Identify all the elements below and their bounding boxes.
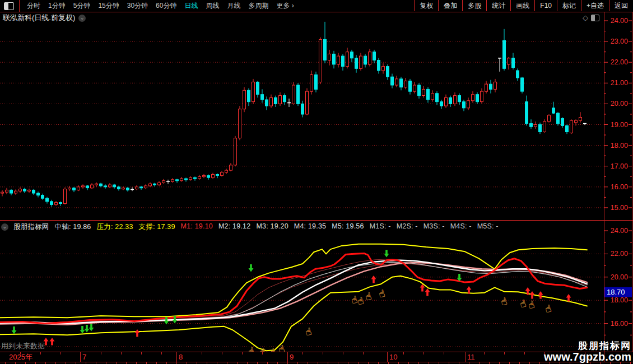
period-tab-15分钟[interactable]: 15分钟 xyxy=(94,1,123,11)
indicator-field-股朋指标网: 股朋指标网 xyxy=(13,222,49,232)
svg-text:22.00: 22.00 xyxy=(611,58,628,66)
sell-signal-arrow xyxy=(85,325,90,333)
chevron-down-icon[interactable]: ⌄ xyxy=(78,15,86,22)
toolbar-button-标记[interactable]: 标记 xyxy=(557,0,581,11)
hand-icon: ☝ xyxy=(544,303,552,315)
collapse-panel-icon[interactable]: ⌄ xyxy=(1,223,8,231)
watermark-site-name: 股朋指标网 xyxy=(544,341,631,351)
buy-signal-arrow xyxy=(371,276,376,283)
more-menu-button[interactable]: 更多 › xyxy=(272,1,297,11)
svg-text:16.00: 16.00 xyxy=(611,320,628,328)
indicator-field-M4S: M4S: - xyxy=(450,222,472,232)
toolbar-button-多股[interactable]: 多股 xyxy=(462,0,486,11)
sell-signal-arrow xyxy=(384,250,389,258)
sell-signal-arrow xyxy=(249,264,254,272)
svg-text:20.00: 20.00 xyxy=(611,273,628,281)
indicator-field-压力: 压力: 22.33 xyxy=(97,222,133,232)
hand-icon: ☝ xyxy=(519,298,527,310)
toolbar-periods: 分时1分钟5分钟15分钟30分钟60分钟日线周线月线多周期更多 › xyxy=(23,1,298,11)
sub-price-axis: 24.0022.0020.0018.0016.0018.70 xyxy=(604,227,632,335)
indicator-fields: 股朋指标网中轴: 19.86压力: 22.33支撑: 17.39M1: 19.1… xyxy=(13,222,499,232)
series-m-line-maroon1 xyxy=(0,259,587,323)
period-tab-日线[interactable]: 日线 xyxy=(180,1,202,11)
svg-text:23.00: 23.00 xyxy=(611,38,628,45)
month-label-8: 8 xyxy=(179,353,183,361)
svg-text:17.00: 17.00 xyxy=(611,162,628,170)
indicator-header-row: ⌄ 股朋指标网中轴: 19.86压力: 22.33支撑: 17.39M1: 19… xyxy=(1,222,499,232)
hand-icon: ☝ xyxy=(304,326,313,338)
series-m-line-white xyxy=(0,260,587,324)
period-tab-月线[interactable]: 月线 xyxy=(223,1,244,11)
period-tab-5分钟[interactable]: 5分钟 xyxy=(69,1,95,11)
top-toolbar: 分时1分钟5分钟15分钟30分钟60分钟日线周线月线多周期更多 › 复权叠加多股… xyxy=(0,0,633,12)
period-tab-30分钟[interactable]: 30分钟 xyxy=(123,1,152,11)
indicator-field-M4: M4: 19.35 xyxy=(294,222,326,232)
month-label-7: 7 xyxy=(82,353,86,361)
period-tab-60分钟[interactable]: 60分钟 xyxy=(152,1,180,11)
indicator-field-M3: M3: 19.20 xyxy=(256,222,288,232)
stock-title: 联泓新科(日线.前复权) xyxy=(3,13,75,23)
month-label-11: 11 xyxy=(467,353,475,361)
hand-icon: ☝ xyxy=(378,288,386,300)
indicator-field-M5S: M5S: - xyxy=(477,222,499,232)
period-tab-多周期[interactable]: 多周期 xyxy=(244,1,272,11)
diamond-icon[interactable]: ◇ xyxy=(583,13,588,22)
indicator-field-M1S: M1S: - xyxy=(370,222,391,232)
toolbar-button-+自选[interactable]: +自选 xyxy=(581,0,609,11)
watermark-url: www.7gpzb.com xyxy=(544,351,631,363)
chart-corner-icons: ◇ xyxy=(583,13,599,22)
period-tab-分时[interactable]: 分时 xyxy=(23,1,44,11)
stock-period-suffix: (日线.前复权) xyxy=(32,13,75,22)
svg-text:21.00: 21.00 xyxy=(611,79,628,87)
indicator-field-M2: M2: 19.12 xyxy=(218,222,250,232)
toolbar-button-叠加[interactable]: 叠加 xyxy=(438,0,462,11)
indicator-field-M5: M5: 19.56 xyxy=(332,222,364,232)
hand-icon: ☝ xyxy=(500,296,508,308)
toolbar-divider xyxy=(19,0,20,12)
stock-name: 联泓新科 xyxy=(3,13,32,22)
panel-toggle-icon[interactable] xyxy=(4,2,14,10)
buy-signal-arrow xyxy=(425,288,430,296)
toolbar-button-复权[interactable]: 复权 xyxy=(414,0,438,11)
buy-signal-arrow xyxy=(566,294,571,302)
stock-title-row: 联泓新科(日线.前复权) ⌄ xyxy=(3,13,86,23)
candles-layer xyxy=(1,22,587,207)
future-data-note: 用到未来数据 xyxy=(1,341,45,351)
month-label-10: 10 xyxy=(389,353,397,361)
svg-text:24.00: 24.00 xyxy=(611,227,628,235)
hand-icon: ☝ xyxy=(277,343,286,356)
toolbar-button-画线[interactable]: 画线 xyxy=(510,0,534,11)
indicator-field-M2S: M2S: - xyxy=(397,222,418,232)
indicator-field-支撑: 支撑: 17.39 xyxy=(139,222,175,232)
period-tab-1分钟[interactable]: 1分钟 xyxy=(44,1,69,11)
series-upper-band xyxy=(0,244,587,318)
svg-text:20.00: 20.00 xyxy=(611,100,628,108)
sub-grid xyxy=(0,254,604,347)
buy-signal-arrow xyxy=(135,329,140,337)
period-tab-周线[interactable]: 周线 xyxy=(202,1,223,11)
svg-text:16.00: 16.00 xyxy=(611,183,628,191)
chart-canvas[interactable]: ☝☝☝☝☝☝☝☝☝☝☝☝☝24.0023.0022.0021.0020.0019… xyxy=(0,0,633,364)
watermark: 股朋指标网 www.7gpzb.com xyxy=(544,341,631,363)
svg-text:18.00: 18.00 xyxy=(611,296,628,304)
toolbar-button-统计[interactable]: 统计 xyxy=(486,0,510,11)
split-panel-icon[interactable] xyxy=(591,15,599,21)
hand-icon: ☝ xyxy=(364,291,373,303)
sell-signal-arrow xyxy=(89,324,94,332)
svg-text:19.00: 19.00 xyxy=(611,121,628,129)
hand-icon: ☝ xyxy=(247,346,255,358)
buy-signal-arrow xyxy=(50,338,55,346)
app-window: 分时1分钟5分钟15分钟30分钟60分钟日线周线月线多周期更多 › 复权叠加多股… xyxy=(0,0,633,364)
series-m-line-gray xyxy=(0,262,587,324)
svg-text:18.70: 18.70 xyxy=(607,288,625,296)
svg-text:24.00: 24.00 xyxy=(611,17,628,25)
toolbar-right-buttons: 复权叠加多股统计画线F10标记+自选返回 xyxy=(414,0,633,12)
indicator-field-中轴: 中轴: 19.86 xyxy=(55,222,91,232)
svg-text:22.00: 22.00 xyxy=(611,250,628,258)
indicator-field-M1: M1: 19.10 xyxy=(181,222,213,232)
toolbar-button-返回[interactable]: 返回 xyxy=(609,0,633,11)
hand-icon: ☝ xyxy=(527,299,536,311)
toolbar-button-F10[interactable]: F10 xyxy=(534,0,557,11)
main-price-axis: 24.0023.0022.0021.0020.0019.0018.0017.00… xyxy=(604,17,632,212)
indicator-lines xyxy=(0,244,587,351)
